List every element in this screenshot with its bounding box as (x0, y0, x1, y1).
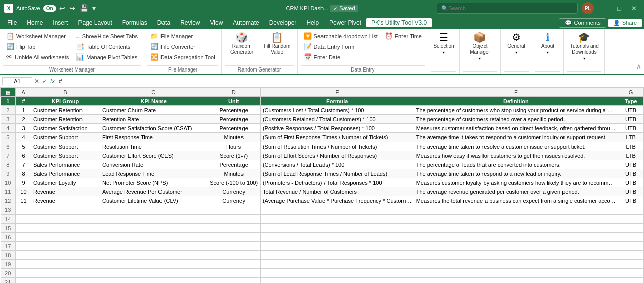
worksheet-manager-btn[interactable]: 📋 Worksheet Manager (3, 31, 72, 41)
cell-d-2[interactable]: Percentage (207, 115, 260, 124)
menu-data[interactable]: Data (152, 18, 175, 27)
header-cell-g[interactable]: Type (618, 97, 644, 106)
cell-c-1[interactable]: Customer Churn Rate (100, 106, 207, 115)
cell-f-8[interactable]: The average time taken to respond to a n… (414, 169, 618, 178)
cell-f-5[interactable]: The average time taken to resolve a cust… (414, 142, 618, 151)
object-manager-btn[interactable]: 📦 Object Manager ▾ (463, 31, 497, 62)
cell-a-3[interactable]: 3 (16, 124, 31, 133)
profile-avatar[interactable]: PL (582, 2, 594, 14)
menu-formulas[interactable]: Formulas (117, 18, 152, 27)
cell-e-7[interactable]: (Conversions / Total Leads) * 100 (260, 160, 414, 169)
searchable-dropdown-btn[interactable]: 🔽 Searchable dropdown List (301, 31, 381, 41)
menu-automate[interactable]: Automate (228, 18, 264, 27)
search-input[interactable] (448, 5, 573, 11)
cell-c-6[interactable]: Customer Effort Score (CES) (100, 151, 207, 160)
header-cell-b[interactable]: KPI Group (31, 97, 100, 106)
cell-c-3[interactable]: Customer Satisfaction Score (CSAT) (100, 124, 207, 133)
select-all-icon[interactable]: ▤ (6, 90, 10, 95)
cell-g-7[interactable]: UTB (618, 160, 644, 169)
menu-pk-utility[interactable]: PK's Utility Tool V3.0 (366, 18, 432, 27)
cell-f-3[interactable]: Measures customer satisfaction based on … (414, 124, 618, 133)
formula-confirm-icon[interactable]: ✓ (42, 78, 47, 85)
cell-d-10[interactable]: Currency (207, 187, 260, 196)
col-header-g[interactable]: G (618, 88, 644, 97)
menu-developer[interactable]: Developer (264, 18, 302, 27)
header-cell-e[interactable]: Formula (260, 97, 414, 106)
tutorials-btn[interactable]: 🎓 Tutorials and Downloads ▾ (567, 31, 601, 62)
cell-b-5[interactable]: Customer Support (31, 142, 100, 151)
cell-e-4[interactable]: (Sum of First Response Times / Number of… (260, 133, 414, 142)
show-hide-tabs-btn[interactable]: ≡ Show/Hide Sheet Tabs (73, 31, 141, 41)
cell-b-4[interactable]: Customer Support (31, 133, 100, 142)
cell-ref-input[interactable] (2, 77, 32, 85)
cell-e-9[interactable]: (Promoters - Detractors) / Total Respons… (260, 178, 414, 187)
table-row[interactable]: 5 4 Customer Support First Response Time… (1, 133, 644, 142)
cell-f-6[interactable]: Measures how easy it was for customers t… (414, 151, 618, 160)
cell-e-11[interactable]: (Average Purchase Value * Purchase Frequ… (260, 196, 414, 205)
col-header-c[interactable]: C (100, 88, 207, 97)
cell-d-1[interactable]: Percentage (207, 106, 260, 115)
header-cell-d[interactable]: Unit (207, 97, 260, 106)
cell-a-9[interactable]: 9 (16, 178, 31, 187)
formula-cancel-icon[interactable]: ✕ (34, 78, 39, 85)
cell-g-3[interactable]: UTB (618, 124, 644, 133)
cell-b-1[interactable]: Customer Retention (31, 106, 100, 115)
cell-c-5[interactable]: Resolution Time (100, 142, 207, 151)
redo-icon[interactable]: ↪ (69, 4, 75, 12)
cell-a-5[interactable]: 5 (16, 142, 31, 151)
header-cell-f[interactable]: Definition (414, 97, 618, 106)
file-manager-btn[interactable]: 📁 File Manager (147, 31, 218, 41)
cell-g-5[interactable]: LTB (618, 142, 644, 151)
table-row[interactable]: 3 2 Customer Retention Retention Rate Pe… (1, 115, 644, 124)
flip-tab-btn[interactable]: 🔄 Flip Tab (3, 42, 72, 51)
file-converter-btn[interactable]: 🔄 File Converter (147, 42, 218, 51)
cell-f-4[interactable]: The average time it takes to respond to … (414, 133, 618, 142)
cell-g-10[interactable]: UTB (618, 187, 644, 196)
cell-b-7[interactable]: Sales Performance (31, 160, 100, 169)
cell-g-2[interactable]: UTB (618, 115, 644, 124)
table-row[interactable]: 12 11 Revenue Customer Lifetime Value (C… (1, 196, 644, 205)
col-header-f[interactable]: F (414, 88, 618, 97)
ribbon-expand-btn[interactable]: ∧ (634, 29, 644, 74)
col-header-a[interactable]: A (16, 88, 31, 97)
menu-help[interactable]: Help (301, 18, 324, 27)
cell-b-10[interactable]: Revenue (31, 187, 100, 196)
cell-c-8[interactable]: Lead Response Time (100, 169, 207, 178)
unhide-worksheets-btn[interactable]: 👁 Unhide All worksheets (3, 52, 72, 62)
cell-d-7[interactable]: Percentage (207, 160, 260, 169)
maximize-button[interactable]: □ (614, 5, 624, 12)
cell-c-7[interactable]: Conversion Rate (100, 160, 207, 169)
cell-e-3[interactable]: (Positive Responses / Total Responses) *… (260, 124, 414, 133)
col-header-e[interactable]: E (260, 88, 414, 97)
cell-a-1[interactable]: 1 (16, 106, 31, 115)
cell-e-10[interactable]: Total Revenue / Number of Customers (260, 187, 414, 196)
cell-a-4[interactable]: 4 (16, 133, 31, 142)
enter-time-btn[interactable]: ⏰ Enter Time (382, 31, 425, 41)
cell-f-10[interactable]: The average revenue generated per custom… (414, 187, 618, 196)
menu-power-pivot[interactable]: Power Pivot (324, 18, 366, 27)
cell-c-2[interactable]: Retention Rate (100, 115, 207, 124)
fill-random-btn[interactable]: 📋 Fill Random Value (260, 31, 294, 56)
data-segregation-btn[interactable]: 🔀 Data Segregation Tool (147, 52, 218, 62)
minimize-button[interactable]: — (598, 5, 610, 12)
cell-d-9[interactable]: Score (-100 to 100) (207, 178, 260, 187)
table-row[interactable]: 2 1 Customer Retention Customer Churn Ra… (1, 106, 644, 115)
cell-g-1[interactable]: UTB (618, 106, 644, 115)
cell-c-10[interactable]: Average Revenue Per Customer (100, 187, 207, 196)
cell-b-3[interactable]: Customer Satisfaction (31, 124, 100, 133)
cell-g-9[interactable]: UTB (618, 178, 644, 187)
cell-d-8[interactable]: Minutes (207, 169, 260, 178)
table-row[interactable]: 9 8 Sales Performance Lead Response Time… (1, 169, 644, 178)
cell-a-11[interactable]: 11 (16, 196, 31, 205)
table-row[interactable]: 11 10 Revenue Average Revenue Per Custom… (1, 187, 644, 196)
col-header-b[interactable]: B (31, 88, 100, 97)
enter-date-btn[interactable]: 📅 Enter Date (301, 52, 381, 62)
search-box[interactable]: 🔍 (437, 3, 578, 14)
close-button[interactable]: ✕ (628, 5, 640, 12)
cell-d-3[interactable]: Percentage (207, 124, 260, 133)
cell-b-8[interactable]: Sales Performance (31, 169, 100, 178)
cell-a-7[interactable]: 7 (16, 160, 31, 169)
cell-a-2[interactable]: 2 (16, 115, 31, 124)
cell-g-6[interactable]: LTB (618, 151, 644, 160)
cell-e-2[interactable]: (Customers Retained / Total Customers) *… (260, 115, 414, 124)
